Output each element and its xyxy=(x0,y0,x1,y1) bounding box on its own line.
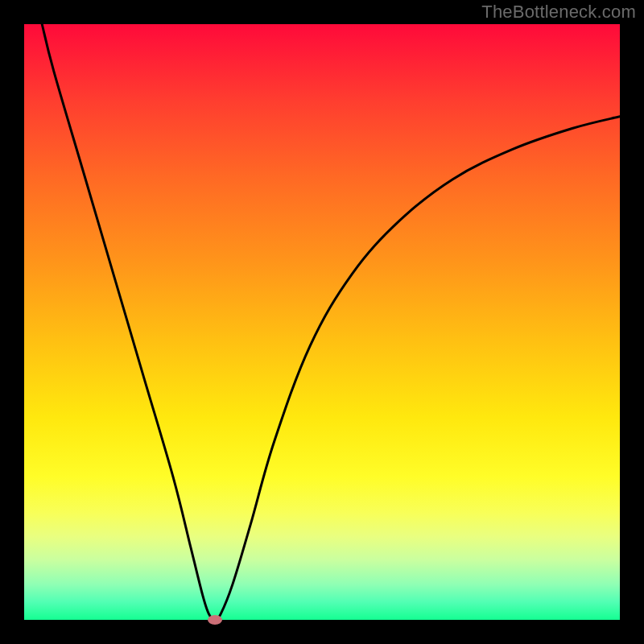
optimum-marker xyxy=(208,615,222,625)
chart-frame: TheBottleneck.com xyxy=(0,0,644,644)
bottleneck-curve xyxy=(24,24,620,620)
plot-area xyxy=(24,24,620,620)
watermark-label: TheBottleneck.com xyxy=(481,2,636,23)
